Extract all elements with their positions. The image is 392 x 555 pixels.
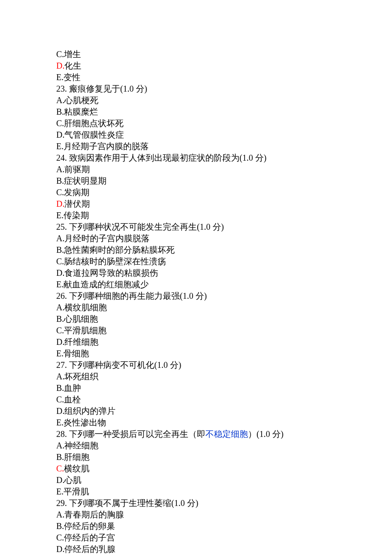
text-line: 27. 下列哪种病变不可机化(1.0 分) xyxy=(56,359,392,371)
text-line: B.血肿 xyxy=(56,382,392,394)
line-text: E.传染期 xyxy=(56,211,89,220)
text-line: B.症状明显期 xyxy=(56,175,392,187)
line-text: D.气管假膜性炎症 xyxy=(56,130,124,139)
text-line: D.气管假膜性炎症 xyxy=(56,129,392,141)
text-line: E.骨细胞 xyxy=(56,348,392,359)
line-text: A.神经细胞 xyxy=(56,441,98,450)
text-line: D.潜伏期 xyxy=(56,198,392,210)
text-line: A.坏死组织 xyxy=(56,371,392,382)
text-line: A.青春期后的胸腺 xyxy=(56,509,392,520)
line-text: 25. 下列哪种状况不可能发生完全再生(1.0 分) xyxy=(56,222,224,231)
text-line: C.血栓 xyxy=(56,394,392,405)
text-line: A.月经时的子宫内膜脱落 xyxy=(56,233,392,244)
line-text: C.停经后的子宫 xyxy=(56,533,115,542)
line-text: E.变性 xyxy=(56,72,81,82)
text-line: E.平滑肌 xyxy=(56,486,392,497)
text-line: 28. 下列哪一种受损后可以完全再生（即不稳定细胞）(1.0 分) xyxy=(56,428,392,440)
text-line: A.神经细胞 xyxy=(56,440,392,451)
line-text: D.组织内的弹片 xyxy=(56,406,115,416)
line-text: B.急性菌痢时的部分肠粘膜坏死 xyxy=(56,245,175,254)
line-text: 23. 瘢痕修复见于(1.0 分) xyxy=(56,84,147,93)
line-text: E.炎性渗出物 xyxy=(56,418,106,427)
line-suffix: ）(1.0 分) xyxy=(248,429,283,439)
text-line: C.平滑肌细胞 xyxy=(56,325,392,336)
text-line: C.肠结核时的肠壁深在性溃疡 xyxy=(56,256,392,267)
text-line: 23. 瘢痕修复见于(1.0 分) xyxy=(56,83,392,95)
line-text: E.月经期子宫内膜的脱落 xyxy=(56,142,149,151)
text-line: C.肝细胞点状坏死 xyxy=(56,118,392,129)
line-text: D.纤维细胞 xyxy=(56,337,98,347)
text-line: C.停经后的子宫 xyxy=(56,532,392,543)
line-text: C.发病期 xyxy=(56,188,89,197)
line-text: 24. 致病因素作用于人体到出现最初症状的阶段为(1.0 分) xyxy=(56,153,266,162)
text-line: B.粘膜糜烂 xyxy=(56,106,392,118)
line-text: C.肝细胞点状坏死 xyxy=(56,119,124,128)
text-line: E.月经期子宫内膜的脱落 xyxy=(56,141,392,152)
line-text: 横纹肌 xyxy=(64,464,89,473)
text-line: D.化生 xyxy=(56,60,392,72)
line-text: A.坏死组织 xyxy=(56,372,98,381)
document-body: C.增生D.化生E.变性23. 瘢痕修复见于(1.0 分)A.心肌梗死B.粘膜糜… xyxy=(56,49,392,555)
text-line: E.变性 xyxy=(56,72,392,83)
text-line: C.横纹肌 xyxy=(56,463,392,474)
text-line: 29. 下列哪项不属于生理性萎缩(1.0 分) xyxy=(56,497,392,509)
line-text: C.肠结核时的肠壁深在性溃疡 xyxy=(56,257,166,266)
line-text: B.肝细胞 xyxy=(56,452,89,462)
line-text: E.献血造成的红细胞减少 xyxy=(56,280,149,289)
text-line: D.停经后的乳腺 xyxy=(56,543,392,555)
line-text: A.月经时的子宫内膜脱落 xyxy=(56,234,150,243)
line-text: C.增生 xyxy=(56,49,81,59)
line-text: D.心肌 xyxy=(56,475,81,485)
line-text: A.心肌梗死 xyxy=(56,95,98,105)
text-line: C.增生 xyxy=(56,49,392,60)
line-text: D.食道拉网导致的粘膜损伤 xyxy=(56,268,158,278)
text-line: A.横纹肌细胞 xyxy=(56,302,392,313)
line-text: D.停经后的乳腺 xyxy=(56,544,115,554)
text-line: A.前驱期 xyxy=(56,164,392,175)
line-text: 29. 下列哪项不属于生理性萎缩(1.0 分) xyxy=(56,498,198,508)
text-line: A.心肌梗死 xyxy=(56,95,392,106)
highlighted-prefix: C. xyxy=(56,464,64,473)
line-text: 26. 下列哪种细胞的再生能力最强(1.0 分) xyxy=(56,291,207,301)
line-text: 27. 下列哪种病变不可机化(1.0 分) xyxy=(56,360,181,370)
text-line: B.心肌细胞 xyxy=(56,313,392,325)
text-line: 26. 下列哪种细胞的再生能力最强(1.0 分) xyxy=(56,290,392,302)
text-line: 24. 致病因素作用于人体到出现最初症状的阶段为(1.0 分) xyxy=(56,152,392,164)
text-line: E.炎性渗出物 xyxy=(56,417,392,428)
text-line: B.急性菌痢时的部分肠粘膜坏死 xyxy=(56,244,392,256)
highlighted-prefix: D. xyxy=(56,61,64,70)
line-text: B.血肿 xyxy=(56,383,81,393)
line-text: B.症状明显期 xyxy=(56,176,107,185)
line-text: B.心肌细胞 xyxy=(56,314,98,324)
line-text: 潜伏期 xyxy=(64,199,90,208)
line-text: C.平滑肌细胞 xyxy=(56,326,107,335)
text-line: B.停经后的卵巢 xyxy=(56,520,392,532)
line-text: C.血栓 xyxy=(56,395,81,404)
line-text: 化生 xyxy=(64,61,81,70)
line-text: B.粘膜糜烂 xyxy=(56,107,98,116)
line-text: A.横纹肌细胞 xyxy=(56,303,107,312)
text-line: E.献血造成的红细胞减少 xyxy=(56,279,392,290)
highlighted-prefix: D. xyxy=(56,199,64,208)
line-text: B.停经后的卵巢 xyxy=(56,521,115,531)
text-line: D.组织内的弹片 xyxy=(56,405,392,417)
line-text: A.青春期后的胸腺 xyxy=(56,510,124,519)
line-text: A.前驱期 xyxy=(56,165,90,174)
line-text: 28. 下列哪一种受损后可以完全再生（即 xyxy=(56,429,205,439)
line-text: E.平滑肌 xyxy=(56,487,89,496)
highlighted-term: 不稳定细胞 xyxy=(205,429,248,439)
text-line: C.发病期 xyxy=(56,187,392,198)
text-line: D.食道拉网导致的粘膜损伤 xyxy=(56,267,392,279)
text-line: D.心肌 xyxy=(56,474,392,486)
line-text: E.骨细胞 xyxy=(56,349,89,358)
text-line: D.纤维细胞 xyxy=(56,336,392,348)
text-line: B.肝细胞 xyxy=(56,451,392,463)
text-line: 25. 下列哪种状况不可能发生完全再生(1.0 分) xyxy=(56,221,392,233)
text-line: E.传染期 xyxy=(56,210,392,221)
